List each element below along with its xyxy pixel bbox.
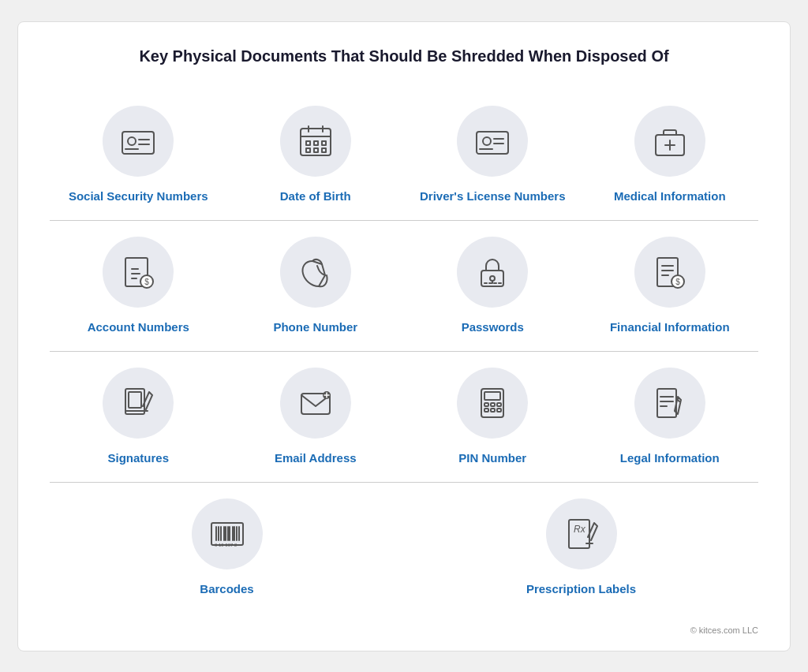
account-numbers-icon-circle: $ bbox=[103, 237, 174, 308]
prescription-icon-circle: Rx bbox=[546, 498, 617, 569]
svg-rect-53 bbox=[657, 389, 676, 417]
svg-rect-52 bbox=[497, 409, 501, 412]
financial-icon-circle: $ bbox=[634, 237, 705, 308]
medical-icon-circle bbox=[634, 106, 705, 177]
svg-rect-37 bbox=[129, 392, 141, 408]
pin-icon-circle bbox=[457, 368, 528, 439]
item-drivers-license: Driver's License Numbers bbox=[404, 106, 582, 204]
social-security-icon-circle bbox=[103, 106, 174, 177]
section-row-2: $ Account Numbers Phone Number Passwords… bbox=[50, 221, 758, 352]
date-of-birth-label: Date of Birth bbox=[280, 188, 351, 204]
item-legal: Legal Information bbox=[582, 368, 759, 466]
passwords-label: Passwords bbox=[462, 319, 524, 335]
svg-rect-51 bbox=[491, 409, 495, 412]
svg-text:0 19 007 2: 0 19 007 2 bbox=[215, 543, 238, 547]
legal-label: Legal Information bbox=[620, 450, 720, 466]
item-prescription: Rx Prescription Labels bbox=[404, 498, 758, 597]
item-social-security: Social Security Numbers bbox=[50, 106, 227, 204]
item-barcodes: 0 19 007 2 Barcodes bbox=[50, 498, 404, 597]
date-of-birth-icon-circle bbox=[280, 106, 351, 177]
svg-rect-13 bbox=[314, 148, 318, 152]
svg-rect-49 bbox=[497, 403, 501, 406]
page-title: Key Physical Documents That Should Be Sh… bbox=[50, 46, 758, 66]
item-signatures: Signatures bbox=[50, 368, 227, 466]
svg-rect-10 bbox=[314, 141, 318, 145]
section-row-1: Social Security Numbers Date of Birth Dr… bbox=[50, 90, 758, 221]
prescription-label: Prescription Labels bbox=[526, 581, 636, 597]
email-label: Email Address bbox=[275, 450, 357, 466]
phone-number-label: Phone Number bbox=[273, 319, 357, 335]
svg-rect-9 bbox=[306, 141, 310, 145]
financial-label: Financial Information bbox=[610, 319, 730, 335]
signatures-label: Signatures bbox=[107, 450, 169, 466]
svg-rect-48 bbox=[491, 403, 495, 406]
item-date-of-birth: Date of Birth bbox=[227, 106, 405, 204]
svg-rect-0 bbox=[122, 132, 154, 154]
item-pin: PIN Number bbox=[404, 368, 582, 466]
legal-icon-circle bbox=[634, 368, 705, 439]
main-card: Key Physical Documents That Should Be Sh… bbox=[17, 21, 791, 651]
svg-text:$: $ bbox=[144, 278, 149, 286]
item-medical: Medical Information bbox=[582, 106, 759, 204]
item-email: Email Address bbox=[227, 368, 405, 466]
svg-rect-14 bbox=[322, 148, 326, 152]
svg-text:Rx: Rx bbox=[574, 524, 586, 535]
account-numbers-label: Account Numbers bbox=[88, 319, 189, 335]
social-security-label: Social Security Numbers bbox=[69, 188, 208, 204]
passwords-icon-circle bbox=[457, 237, 528, 308]
item-financial: $ Financial Information bbox=[582, 237, 759, 335]
section-row-4: 0 19 007 2 Barcodes Rx Prescription Labe… bbox=[50, 483, 758, 613]
barcodes-icon-circle: 0 19 007 2 bbox=[192, 498, 263, 569]
svg-point-16 bbox=[483, 137, 491, 145]
item-passwords: Passwords bbox=[404, 237, 582, 335]
email-icon-circle bbox=[280, 368, 351, 439]
svg-rect-50 bbox=[484, 409, 488, 412]
phone-number-icon-circle bbox=[280, 237, 351, 308]
section-row-3: Signatures Email Address PIN Number Lega… bbox=[50, 352, 758, 483]
svg-rect-47 bbox=[484, 403, 488, 406]
svg-rect-11 bbox=[322, 141, 326, 145]
signatures-icon-circle bbox=[103, 368, 174, 439]
item-phone-number: Phone Number bbox=[227, 237, 405, 335]
footer-text: © kitces.com LLC bbox=[50, 625, 758, 635]
svg-point-1 bbox=[128, 137, 136, 145]
svg-rect-12 bbox=[306, 148, 310, 152]
svg-rect-46 bbox=[484, 392, 500, 400]
drivers-license-icon-circle bbox=[457, 106, 528, 177]
drivers-license-label: Driver's License Numbers bbox=[420, 188, 565, 204]
pin-label: PIN Number bbox=[458, 450, 526, 466]
medical-label: Medical Information bbox=[614, 188, 726, 204]
barcodes-label: Barcodes bbox=[200, 581, 253, 597]
svg-text:$: $ bbox=[675, 278, 680, 286]
item-account-numbers: $ Account Numbers bbox=[50, 237, 227, 335]
